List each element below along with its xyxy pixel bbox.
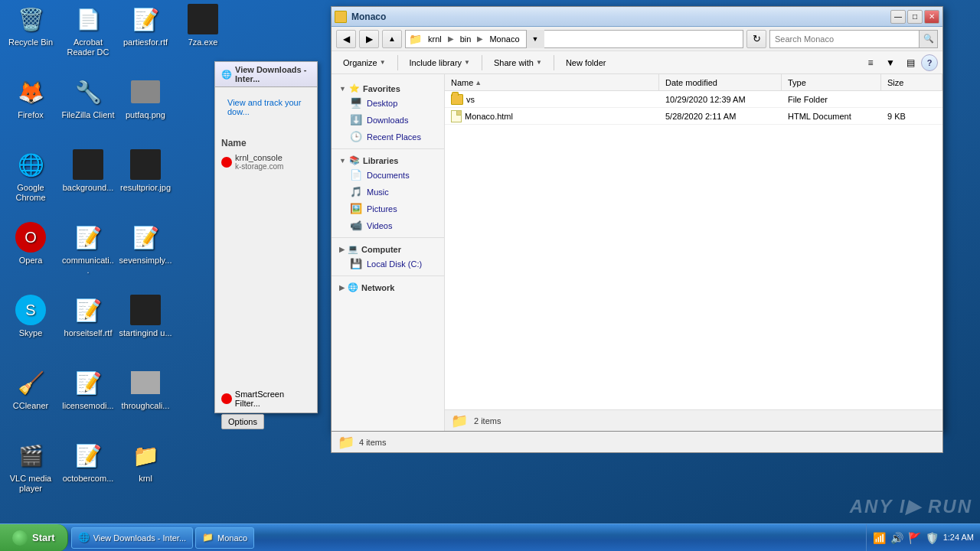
ccleaner-label: CCleaner — [4, 401, 57, 411]
network-arrow: ▶ — [339, 284, 345, 292]
desktop-icon-sevensimply[interactable]: 📝 sevensimply... — [119, 222, 172, 266]
desktop-icon-horseitself[interactable]: 📝 horseitself.rtf — [61, 295, 115, 338]
explorer-title-text: Monaco — [351, 11, 386, 22]
file-cell-vs-type: File Folder — [782, 91, 881, 107]
col-name-sort-icon: ▲ — [475, 79, 482, 86]
address-dropdown-button[interactable]: ▼ — [526, 30, 544, 48]
tray-volume-icon[interactable]: 🔊 — [890, 532, 903, 544]
download-filename: krnl_console — [235, 153, 283, 162]
col-header-type[interactable]: Type — [782, 74, 881, 90]
preview-pane-button[interactable]: ▤ — [901, 54, 920, 71]
address-crumb-bin[interactable]: bin — [457, 31, 475, 47]
nav-item-pictures[interactable]: 🖼️ Pictures — [332, 201, 444, 217]
desktop-icon-filezilla[interactable]: 🔧 FileZilla Client — [61, 77, 115, 120]
licensemod-label: licensemodi... — [61, 401, 115, 411]
desktop-icon-firefox[interactable]: 🦊 Firefox — [4, 77, 57, 120]
nav-item-local-disk[interactable]: 💾 Local Disk (C:) — [332, 256, 444, 272]
address-crumb-monaco[interactable]: Monaco — [486, 31, 522, 47]
close-button[interactable]: ✕ — [924, 10, 939, 24]
downloads-panel-title-text: View Downloads - Inter... — [235, 65, 311, 83]
favorites-header[interactable]: ▼ ⭐ Favorites — [332, 80, 444, 95]
smartscreen-item[interactable]: SmartScreen Filter... — [221, 390, 311, 408]
help-button[interactable]: ? — [921, 54, 938, 71]
col-header-date[interactable]: Date modified — [659, 74, 782, 90]
download-item[interactable]: krnl_console k-storage.com — [221, 152, 311, 172]
col-header-size[interactable]: Size — [881, 74, 942, 90]
up-button[interactable]: ▲ — [382, 30, 402, 48]
horseitself-label: horseitself.rtf — [61, 328, 115, 338]
minimize-button[interactable]: — — [890, 10, 906, 24]
file-row-monaco-html[interactable]: Monaco.html 5/28/2020 2:11 AM HTML Docum… — [445, 108, 942, 125]
taskbar-ie-item[interactable]: 🌐 View Downloads - Inter... — [71, 527, 193, 549]
back-button[interactable]: ◀ — [336, 30, 356, 48]
file-row-vs[interactable]: vs 10/29/2020 12:39 AM File Folder — [445, 91, 942, 108]
desktop-icon-vlc[interactable]: 🎬 VLC media player — [4, 440, 57, 494]
search-button[interactable]: 🔍 — [919, 31, 937, 47]
view-list-button[interactable]: ≡ — [861, 54, 880, 71]
desktop-icon-skype[interactable]: S Skype — [4, 295, 57, 338]
libraries-header[interactable]: ▼ 📚 Libraries — [332, 152, 444, 167]
nav-item-documents[interactable]: 📄 Documents — [332, 167, 444, 184]
nav-videos-label: Videos — [367, 221, 392, 230]
file-cell-monaco-type: HTML Document — [782, 108, 881, 124]
include-library-button[interactable]: Include library ▼ — [403, 54, 477, 72]
view-dropdown-button[interactable]: ▼ — [881, 54, 900, 71]
nav-item-music[interactable]: 🎵 Music — [332, 184, 444, 201]
explorer-taskbar-icon: 📁 — [202, 532, 214, 544]
desktop-icon-licensemod[interactable]: 📝 licensemodi... — [61, 367, 115, 411]
new-folder-button[interactable]: New folder — [559, 54, 613, 72]
communicati-icon: 📝 — [73, 222, 103, 253]
desktop-icon-resultprior[interactable]: resultprior.jpg — [119, 149, 172, 193]
col-header-name[interactable]: Name ▲ — [445, 74, 659, 90]
file-list-header: Name ▲ Date modified Type Size — [445, 74, 942, 91]
start-label: Start — [32, 532, 55, 543]
desktop-icon-octobercom[interactable]: 📝 octobercom... — [61, 440, 115, 484]
file-name-vs: vs — [466, 95, 475, 104]
nav-item-videos[interactable]: 📹 Videos — [332, 217, 444, 234]
refresh-button[interactable]: ↻ — [746, 30, 766, 48]
tray-flag-icon[interactable]: 🚩 — [908, 532, 921, 544]
network-header[interactable]: ▶ 🌐 Network — [332, 279, 444, 294]
network-label: Network — [361, 283, 394, 292]
computer-header[interactable]: ▶ 💻 Computer — [332, 241, 444, 256]
taskbar-explorer-item[interactable]: 📁 Monaco — [195, 527, 254, 549]
desktop-icon-ccleaner[interactable]: 🧹 CCleaner — [4, 367, 57, 411]
menubar-separator-2 — [482, 55, 482, 70]
filezilla-label: FileZilla Client — [61, 110, 115, 120]
desktop-icon-throughcali[interactable]: throughcali... — [119, 367, 172, 411]
search-input[interactable] — [770, 34, 919, 44]
download-status-icon — [221, 157, 232, 168]
desktop-icon-startingind[interactable]: startingind u... — [119, 295, 172, 338]
start-button[interactable]: Start — [0, 524, 68, 552]
desktop-icon-7za[interactable]: 7za.exe — [176, 4, 230, 47]
forward-button[interactable]: ▶ — [359, 30, 379, 48]
share-with-button[interactable]: Share with ▼ — [487, 54, 549, 72]
skype-icon: S — [15, 295, 46, 325]
desktop-icon-background[interactable]: background... — [61, 149, 115, 193]
nav-item-downloads[interactable]: ⬇️ Downloads — [332, 112, 444, 129]
nav-music-label: Music — [367, 187, 389, 197]
nav-local-disk-label: Local Disk (C:) — [367, 259, 422, 269]
address-crumb-krnl[interactable]: krnl — [425, 31, 445, 47]
desktop-icon-krnl[interactable]: 📁 krnl — [119, 440, 172, 484]
desktop-icon-recycle-bin[interactable]: 🗑️ Recycle Bin — [4, 4, 57, 47]
nav-recent-label: Recent Places — [367, 132, 421, 142]
partiesfor-label: partiesfor.rtf — [119, 37, 172, 47]
desktop-icon-putfaq[interactable]: putfaq.png — [119, 77, 172, 120]
desktop-icon-communicati[interactable]: 📝 communicati... — [61, 222, 115, 276]
desktop-icon-chrome[interactable]: 🌐 Google Chrome — [4, 149, 57, 203]
desktop-icon-opera[interactable]: O Opera — [4, 222, 57, 266]
nav-item-recent[interactable]: 🕒 Recent Places — [332, 129, 444, 145]
recycle-bin-label: Recycle Bin — [4, 37, 57, 47]
maximize-button[interactable]: □ — [907, 10, 923, 24]
address-bar[interactable]: 📁 krnl ▶ bin ▶ Monaco ▼ — [405, 30, 743, 48]
desktop-icon-acrobat[interactable]: 📄 Acrobat Reader DC — [61, 4, 115, 57]
options-button[interactable]: Options — [221, 414, 264, 429]
vlc-label: VLC media player — [4, 474, 57, 494]
organize-button[interactable]: Organize ▼ — [336, 54, 393, 72]
nav-item-desktop[interactable]: 🖥️ Desktop — [332, 95, 444, 112]
desktop-icon-partiesfor[interactable]: 📝 partiesfor.rtf — [119, 4, 172, 47]
tray-security-icon[interactable]: 🛡️ — [926, 532, 939, 544]
tray-network-icon[interactable]: 📶 — [873, 532, 886, 544]
taskbar-tray: 📶 🔊 🚩 🛡️ 1:24 AM — [866, 524, 980, 552]
